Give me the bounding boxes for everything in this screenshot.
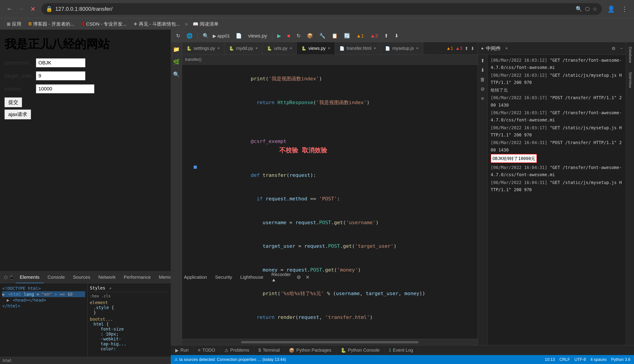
toolbar-views[interactable]: views.py (246, 32, 269, 40)
toolbar-reload2[interactable]: ↻ (294, 32, 303, 40)
todo-icon: ≡ (198, 348, 201, 353)
tab-sources[interactable]: Sources (69, 272, 94, 283)
scroll-up-icon[interactable]: ⬆ (480, 57, 485, 65)
url-input[interactable]: 127.0.0.1:8000/transfer/ (55, 6, 573, 12)
tab-views-py[interactable]: 🐍 views.py × (297, 42, 335, 55)
bookmark-csdn[interactable]: C CSDN - 专业开发... (78, 20, 130, 28)
btab-event-log[interactable]: 1 Event Log (384, 345, 418, 355)
python-console-icon: 🐍 (341, 348, 346, 353)
btab-python-console[interactable]: 🐍 Python Console (336, 345, 384, 355)
mysetup-js-close[interactable]: × (416, 46, 419, 51)
tab-network[interactable]: Network (94, 272, 120, 283)
tab-collapse-icon[interactable]: ⬇ (471, 46, 474, 51)
btab-terminal[interactable]: $ Terminal (254, 345, 284, 355)
toolbar-warning[interactable]: ▲1 (354, 32, 366, 40)
source-detection: ⚠ ta sources detected: Connection proper… (174, 357, 286, 362)
money-input[interactable] (36, 84, 94, 93)
toolbar-search[interactable]: 🔍 (200, 32, 211, 40)
filter-line: :hov .cls (90, 294, 168, 298)
address-bar[interactable]: 🔒 127.0.0.1:8000/transfer/ 🔍 ⬡ ☆ (41, 3, 602, 15)
filter-icon[interactable]: ⊘ (480, 85, 485, 93)
toolbar-collapse[interactable]: ⬇ (392, 32, 401, 40)
toolbar-btn1[interactable]: 📦 (305, 32, 315, 40)
toolbar-nav[interactable]: 🌐 (184, 32, 195, 40)
mysetup-js-icon: 📄 (385, 46, 390, 51)
toolbar-file[interactable]: 📄 (233, 32, 244, 40)
account-icon[interactable]: 👤 (605, 4, 617, 14)
toolbar-btn4[interactable]: 🔄 (342, 32, 352, 40)
reload-button[interactable]: ✕ (28, 4, 38, 14)
toolbar-btn2[interactable]: 🔧 (317, 32, 328, 40)
btab-problems[interactable]: ⚠ Problems (220, 345, 254, 355)
transfer-html-close[interactable]: × (374, 46, 376, 51)
server-dot-icon: ● (481, 46, 484, 51)
ajax-button[interactable]: ajax请求 (5, 110, 31, 120)
money-label: money: (5, 86, 34, 92)
project-label: ▶ app01 (213, 33, 230, 38)
money-row: money: (5, 84, 166, 93)
bookmark-blog[interactable]: B 博客园 - 开发者的... (25, 20, 78, 28)
toolbar-btn3[interactable]: 📋 (329, 32, 340, 40)
btab-run[interactable]: ▶ Run (171, 345, 193, 355)
code-editor[interactable]: print('我是视图函数index') return HttpResponse… (182, 65, 478, 339)
encoding-indicator: CRLF (559, 357, 570, 362)
warning-count: ▲1 (446, 46, 453, 51)
menu-icon[interactable]: ⋮ (620, 4, 629, 14)
toolbar-run[interactable]: ▶ (275, 32, 283, 40)
ide-top: 📁 🌿 🔍 🐍 settings.py × 🐍 (171, 42, 634, 345)
submit-button[interactable]: 提交 (5, 98, 22, 107)
tab-mysetup-js[interactable]: 📄 mysetup.js × (381, 42, 423, 55)
toolbar-expand[interactable]: ⬆ (382, 32, 391, 40)
tab-expand-icon[interactable]: ⬆ (465, 46, 468, 51)
sidebar-project-icon[interactable]: 📁 (171, 44, 182, 54)
bookmark-readinglist[interactable]: 📖 阅读清单 (190, 20, 222, 28)
server-log: [06/Mar/2022 16:03:12] "GET /transfer/fo… (488, 55, 626, 345)
tab-urls-py[interactable]: 🐍 urls.py × (262, 42, 296, 55)
server-tab-close[interactable]: × (505, 46, 508, 51)
btab-todo[interactable]: ≡ TODO (193, 345, 220, 355)
styles-tab[interactable]: Styles (90, 286, 105, 290)
device-icon[interactable]: 📱 (9, 275, 14, 280)
tab-transfer-html[interactable]: 📄 transfer.html × (335, 42, 381, 55)
username-input[interactable] (36, 58, 85, 67)
toolbar-icons: 👤 ⋮ (605, 4, 629, 14)
sidebar-find-icon[interactable]: 🔍 (171, 70, 182, 80)
code-line-csrf: @csrf_exempt 不校验 取消效验 (182, 130, 478, 163)
bookmark-sticker[interactable]: ✈ 再见 - 斗图表情包... (131, 20, 183, 28)
mydd-py-close[interactable]: × (255, 46, 258, 51)
breadcrumb-transfer: transfer() (185, 57, 201, 62)
sideview-label[interactable]: SideView (627, 70, 633, 90)
bookmarks-bar: ⊞ 应用 B 博客园 - 开发者的... C CSDN - 专业开发... ✈ … (0, 18, 634, 30)
forward-button[interactable]: → (16, 4, 26, 14)
back-button[interactable]: ← (5, 4, 14, 14)
toolbar-error[interactable]: ▲3 (368, 32, 380, 40)
clear-icon[interactable]: 🗑 (479, 76, 486, 84)
settings-py-close[interactable]: × (217, 46, 220, 51)
btab-python-packages[interactable]: 📦 Python Packages (284, 345, 336, 355)
ide-file-sidebar: 📁 🌿 🔍 (171, 42, 182, 345)
toolbar-stop[interactable]: ■ (285, 32, 292, 40)
horizontal-scrollbar[interactable] (182, 339, 478, 345)
bookmark-apps[interactable]: ⊞ 应用 (4, 20, 25, 28)
urls-py-close[interactable]: × (289, 46, 292, 51)
tab-settings-py[interactable]: 🐍 settings.py × (182, 42, 224, 55)
target-user-input[interactable] (36, 71, 85, 80)
tab-mydd-py[interactable]: 🐍 mydd.py × (224, 42, 262, 55)
server-settings-icon[interactable]: ⚙ (611, 46, 615, 51)
server-close-icon[interactable]: − (620, 46, 623, 51)
tab-performance[interactable]: Performance (120, 272, 155, 283)
toolbar-refresh[interactable]: ↻ (174, 32, 182, 40)
inspect-icon[interactable]: ⬡ (4, 275, 8, 280)
ide-bottom-tabs: ▶ Run ≡ TODO ⚠ Problems $ Terminal 📦 (171, 345, 634, 355)
database-label[interactable]: Database (627, 44, 633, 65)
ide-code-area: 🐍 settings.py × 🐍 mydd.py × 🐍 urls.py (182, 42, 478, 345)
sidebar-git-icon[interactable]: 🌿 (171, 57, 182, 67)
tab-console[interactable]: Console (44, 272, 69, 283)
computed-tab[interactable]: ↗ (109, 286, 111, 290)
html-line[interactable]: ▶ <html lang = "en" > == $0 (2, 291, 85, 297)
views-py-close[interactable]: × (328, 46, 330, 51)
tab-elements[interactable]: Elements (16, 272, 44, 283)
log-4: [06/Mar/2022 16:03:17] "GET /transfer/fo… (491, 109, 623, 124)
scroll-down-icon[interactable]: ⬇ (480, 66, 485, 74)
wrap-icon[interactable]: ≡ (480, 95, 485, 102)
